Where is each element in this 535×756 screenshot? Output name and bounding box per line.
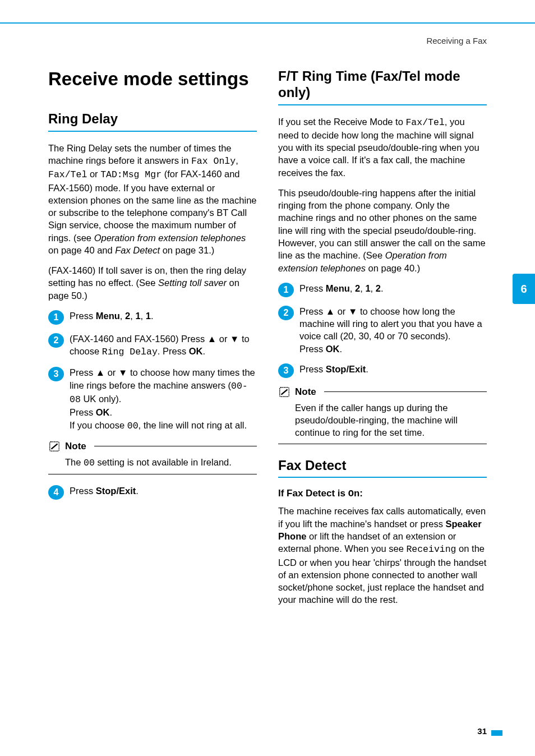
section-ring-delay-title: Ring Delay [48, 111, 257, 132]
right-column: F/T Ring Time (Fax/Tel mode only) If you… [278, 68, 487, 614]
ring-delay-para-2: (FAX-1460) If toll saver is on, then the… [48, 264, 257, 302]
note-icon [278, 386, 290, 398]
ring-delay-step-1: 1 Press Menu, 2, 1, 1. [48, 310, 257, 325]
breadcrumb: Receiving a Fax [426, 36, 487, 45]
step-badge-2: 2 [48, 333, 64, 348]
fax-detect-para-1: The machine receives fax calls automatic… [278, 505, 487, 606]
step-badge-1: 1 [48, 310, 64, 325]
page-number: 31 [477, 726, 487, 736]
page-number-accent [491, 730, 502, 736]
ring-delay-step-4: 4 Press Stop/Exit. [48, 485, 257, 500]
section-ft-ring-title: F/T Ring Time (Fax/Tel mode only) [278, 68, 487, 105]
ft-note: Note Even if the caller hangs up during … [278, 386, 487, 444]
up-arrow-icon [326, 306, 335, 316]
down-arrow-icon [348, 306, 357, 316]
step-badge-3: 3 [48, 367, 64, 381]
down-arrow-icon [230, 334, 239, 344]
content-columns: Receive mode settings Ring Delay The Rin… [0, 46, 535, 614]
note-title: Note [65, 441, 86, 452]
ring-delay-step-3: 3 Press or to choose how many times the … [48, 366, 257, 432]
ft-step-3: 3 Press Stop/Exit. [278, 363, 487, 378]
step-badge-3: 3 [278, 363, 294, 378]
fax-detect-subhead: If Fax Detect is On: [278, 488, 487, 499]
up-arrow-icon [207, 334, 216, 344]
note-body: Even if the caller hangs up during the p… [278, 402, 487, 444]
chapter-tab: 6 [513, 274, 535, 304]
page: Receiving a Fax Receive mode settings Ri… [0, 0, 535, 756]
header: Receiving a Fax [0, 24, 535, 46]
note-body: The 00 setting is not available in Irela… [48, 456, 257, 474]
left-column: Receive mode settings Ring Delay The Rin… [48, 68, 257, 614]
note-rule [94, 446, 257, 446]
note-title: Note [295, 386, 316, 398]
note-rule [324, 391, 487, 392]
note-icon [48, 440, 61, 453]
ft-para-2: This pseudo/double-ring happens after th… [278, 187, 487, 274]
ft-step-1: 1 Press Menu, 2, 1, 2. [278, 282, 487, 297]
step-badge-4: 4 [48, 485, 64, 500]
section-fax-detect-title: Fax Detect [278, 458, 487, 478]
ring-delay-step-2: 2 (FAX-1460 and FAX-1560) Press or to ch… [48, 333, 257, 359]
ft-para-1: If you set the Receive Mode to Fax/Tel, … [278, 116, 487, 179]
down-arrow-icon [118, 367, 127, 377]
step-badge-1: 1 [278, 283, 294, 297]
ft-step-2: 2 Press or to choose how long the machin… [278, 305, 487, 355]
ring-delay-para-1: The Ring Delay sets the number of times … [48, 142, 257, 256]
up-arrow-icon [96, 367, 105, 377]
ring-delay-note: Note The 00 setting is not available in … [48, 440, 257, 474]
step-badge-2: 2 [278, 306, 294, 320]
page-title: Receive mode settings [48, 68, 257, 90]
top-rule [0, 0, 535, 24]
